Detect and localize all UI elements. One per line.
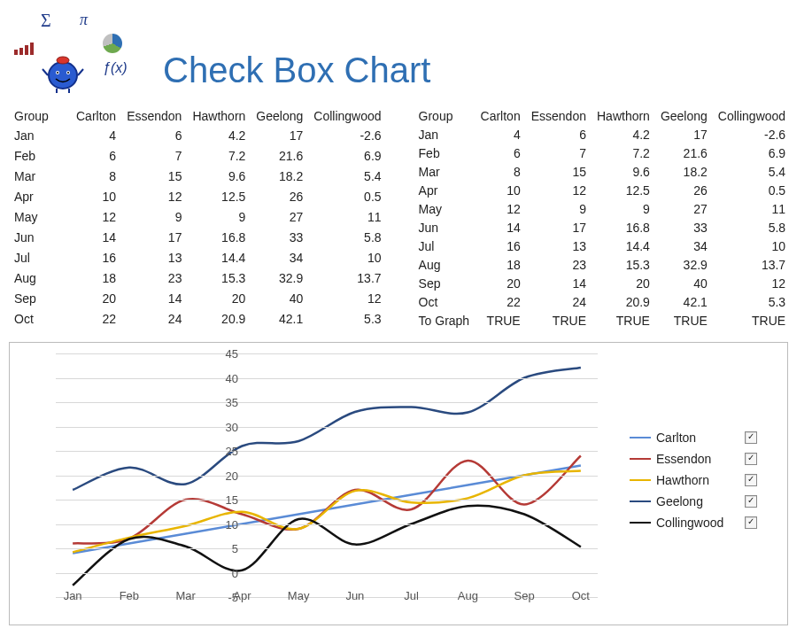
to-graph-value: TRUE bbox=[655, 311, 713, 330]
svg-line-6 bbox=[43, 69, 48, 75]
table-cell: 5.4 bbox=[713, 162, 791, 181]
series-checkbox[interactable]: ✓ bbox=[745, 453, 757, 465]
table-cell: Jan bbox=[9, 125, 71, 145]
series-checkbox[interactable]: ✓ bbox=[745, 516, 757, 529]
table-cell: 17 bbox=[121, 227, 187, 247]
table-row: May12992711 bbox=[9, 206, 387, 227]
table-cell: 13.7 bbox=[308, 268, 386, 289]
to-graph-value: TRUE bbox=[713, 311, 791, 330]
table-cell: 12 bbox=[308, 289, 386, 309]
legend-swatch-icon bbox=[630, 479, 651, 481]
legend-swatch-icon bbox=[630, 458, 651, 460]
x-tick-label: Mar bbox=[175, 589, 195, 602]
col-header: Carlton bbox=[71, 106, 121, 125]
table-cell: 20.9 bbox=[187, 309, 251, 330]
col-header: Hawthorn bbox=[592, 106, 655, 125]
table-row: Feb677.221.66.9 bbox=[414, 144, 792, 162]
table-cell: -2.6 bbox=[713, 125, 791, 144]
y-tick-label: 15 bbox=[208, 493, 238, 507]
table-cell: 4.2 bbox=[592, 125, 655, 144]
gridline bbox=[56, 476, 598, 477]
table-cell: 18 bbox=[476, 255, 526, 274]
table-row: Jun141716.8335.8 bbox=[414, 218, 792, 237]
table-cell: 9 bbox=[592, 199, 655, 218]
table-cell: 23 bbox=[526, 255, 592, 274]
to-graph-value: TRUE bbox=[476, 311, 526, 330]
table-cell: 12 bbox=[71, 206, 121, 227]
table-row: Jan464.217-2.6 bbox=[414, 125, 792, 144]
legend-label: Hawthorn bbox=[656, 473, 745, 487]
table-cell: 14 bbox=[476, 218, 526, 237]
table-cell: 6 bbox=[476, 144, 526, 162]
series-checkbox[interactable]: ✓ bbox=[745, 495, 757, 508]
tables-row: GroupCarltonEssendonHawthornGeelongColli… bbox=[9, 106, 803, 330]
legend-swatch-icon bbox=[630, 437, 651, 438]
table-cell: 15 bbox=[121, 166, 187, 186]
table-cell: 20 bbox=[71, 289, 121, 309]
gridline bbox=[56, 353, 598, 354]
svg-point-5 bbox=[67, 72, 69, 74]
y-tick-label: 40 bbox=[208, 371, 238, 384]
bars-icon bbox=[14, 43, 34, 55]
table-cell: 5.3 bbox=[308, 309, 386, 330]
table-cell: 5.3 bbox=[713, 292, 791, 311]
table-cell: 32.9 bbox=[655, 255, 713, 274]
table-cell: 9 bbox=[121, 206, 187, 227]
table-row: May12992711 bbox=[414, 199, 792, 218]
table-cell: Jun bbox=[414, 218, 476, 237]
table-cell: 32.9 bbox=[251, 268, 308, 289]
table-cell: 24 bbox=[526, 292, 592, 311]
series-checkbox[interactable]: ✓ bbox=[745, 431, 757, 444]
to-graph-label: To Graph bbox=[414, 311, 476, 330]
table-cell: 13 bbox=[121, 248, 187, 268]
table-cell: 0.5 bbox=[713, 181, 791, 199]
svg-point-0 bbox=[49, 62, 77, 89]
x-tick-label: Oct bbox=[572, 589, 590, 602]
table-cell: 0.5 bbox=[308, 186, 386, 206]
table-cell: 18 bbox=[71, 268, 121, 289]
table-cell: 9.6 bbox=[187, 166, 251, 186]
table-cell: 7.2 bbox=[592, 144, 655, 162]
table-cell: 12.5 bbox=[187, 186, 251, 206]
svg-point-4 bbox=[57, 72, 58, 74]
y-tick-label: 10 bbox=[208, 517, 238, 531]
table-cell: Jul bbox=[9, 248, 71, 268]
col-header: Geelong bbox=[251, 106, 308, 125]
table-cell: 4.2 bbox=[187, 125, 251, 145]
table-cell: Apr bbox=[414, 181, 476, 199]
table-cell: 9 bbox=[526, 199, 592, 218]
table-row: Jan464.217-2.6 bbox=[9, 125, 387, 145]
x-tick-label: Jun bbox=[345, 589, 364, 602]
table-cell: Aug bbox=[9, 268, 71, 289]
table-cell: 9.6 bbox=[592, 162, 655, 181]
table-cell: 14 bbox=[71, 227, 121, 247]
table-row: Feb677.221.66.9 bbox=[9, 145, 387, 166]
col-header: Group bbox=[414, 106, 476, 125]
table-cell: 10 bbox=[476, 181, 526, 199]
table-cell: Feb bbox=[414, 144, 476, 162]
table-cell: 15.3 bbox=[187, 268, 251, 289]
page-title: Check Box Chart bbox=[163, 50, 430, 90]
table-cell: 6 bbox=[71, 145, 121, 166]
pi-icon: π bbox=[80, 11, 88, 29]
table-cell: 21.6 bbox=[655, 144, 713, 162]
x-tick-label: Aug bbox=[458, 589, 478, 602]
series-checkbox[interactable]: ✓ bbox=[745, 474, 757, 486]
table-cell: 27 bbox=[251, 206, 308, 227]
gridline bbox=[56, 402, 598, 403]
table-cell: 34 bbox=[655, 237, 713, 255]
col-header: Geelong bbox=[655, 106, 713, 125]
table-cell: 10 bbox=[308, 248, 386, 268]
table-cell: May bbox=[9, 206, 71, 227]
to-graph-value: TRUE bbox=[526, 311, 592, 330]
sigma-icon: Σ bbox=[41, 11, 51, 31]
table-cell: 6.9 bbox=[308, 145, 386, 166]
table-cell: 20 bbox=[187, 289, 251, 309]
table-cell: 6 bbox=[526, 125, 592, 144]
legend-label: Essendon bbox=[656, 452, 745, 466]
table-cell: 27 bbox=[655, 199, 713, 218]
col-header: Hawthorn bbox=[187, 106, 251, 125]
table-cell: 42.1 bbox=[655, 292, 713, 311]
table-cell: 16 bbox=[476, 237, 526, 255]
table-cell: 5.8 bbox=[308, 227, 386, 247]
